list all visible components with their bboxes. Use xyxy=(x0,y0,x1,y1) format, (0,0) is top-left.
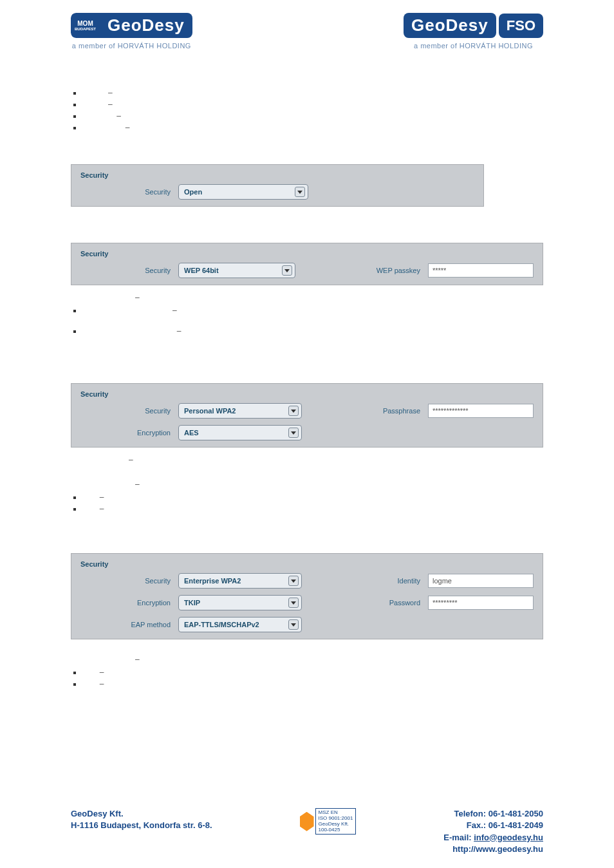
web: http://www.geodesy.hu xyxy=(443,844,543,855)
security-select-value: WEP 64bit xyxy=(184,267,219,274)
footer-contact: Telefon: 06-1-481-2050 Fax.: 06-1-481-20… xyxy=(443,808,543,855)
list-item: – xyxy=(82,326,543,335)
bullet-list-2: – – xyxy=(82,306,543,335)
security-select[interactable]: Enterprise WPA2 xyxy=(178,573,302,589)
wep-passkey-label: WEP passkey xyxy=(377,267,420,274)
page-footer: GeoDesy Kft. H-1116 Budapest, Kondorfa s… xyxy=(0,808,614,855)
security-select-value: Personal WPA2 xyxy=(184,407,236,415)
encryption-select-value: AES xyxy=(184,429,199,437)
email-link[interactable]: info@geodesy.hu xyxy=(474,833,543,842)
bullet-list-3: – – xyxy=(82,493,543,513)
identity-label: Identity xyxy=(398,577,420,585)
chevron-down-icon xyxy=(288,428,299,438)
eap-select[interactable]: EAP-TTLS/MSCHAPv2 xyxy=(178,617,302,632)
company-name: GeoDesy Kft. xyxy=(71,808,212,820)
logo-mom-top: MOM xyxy=(77,20,93,27)
chevron-down-icon xyxy=(288,576,299,586)
security-select-value: Enterprise WPA2 xyxy=(184,577,241,585)
bullet-list-1: – – – – xyxy=(82,88,543,132)
list-item: – xyxy=(82,88,543,97)
list-item: – xyxy=(82,111,543,120)
chevron-down-icon xyxy=(288,619,299,630)
logo-left: MOM BUDAPEST GeoDesy a member of HORVÁTH… xyxy=(71,13,192,50)
encryption-select-value: TKIP xyxy=(184,599,200,607)
list-item: – xyxy=(82,504,543,513)
panel-title: Security xyxy=(71,165,483,182)
security-panel-pwpa2: Security Security Personal WPA2 Passphra… xyxy=(71,383,543,448)
list-item: – xyxy=(82,100,543,109)
chevron-down-icon xyxy=(282,265,292,276)
chevron-down-icon xyxy=(288,598,299,608)
fax: Fax.: 06-1-481-2049 xyxy=(443,820,543,831)
security-label: Security xyxy=(80,188,171,196)
password-input[interactable] xyxy=(428,596,534,610)
security-panel-open: Security Security Open xyxy=(71,164,484,207)
panel-title: Security xyxy=(71,243,543,260)
list-item: – xyxy=(82,123,543,132)
chevron-down-icon xyxy=(288,406,299,416)
encryption-select[interactable]: TKIP xyxy=(178,595,302,610)
logo-mom-bottom: BUDAPEST xyxy=(75,27,96,31)
passphrase-input[interactable] xyxy=(428,404,534,418)
password-label: Password xyxy=(389,599,420,607)
cert-badge: MSZ EN ISO 9001:2001 GeoDesy Kft. 100-04… xyxy=(300,808,357,835)
security-select[interactable]: WEP 64bit xyxy=(178,263,295,278)
logo-fso: FSO xyxy=(499,14,543,38)
cert-ribbon-icon xyxy=(300,812,314,831)
encryption-label: Encryption xyxy=(80,599,171,607)
chevron-down-icon xyxy=(295,187,305,197)
list-item: – xyxy=(82,668,543,677)
security-label: Security xyxy=(80,267,171,274)
security-select-value: Open xyxy=(184,188,202,196)
logo-geodesy-right: GeoDesy xyxy=(404,13,496,38)
page-header: MOM BUDAPEST GeoDesy a member of HORVÁTH… xyxy=(0,13,614,50)
logo-sub-right: a member of HORVÁTH HOLDING xyxy=(414,42,533,50)
logo-right: GeoDesy FSO a member of HORVÁTH HOLDING xyxy=(404,13,543,50)
encryption-select[interactable]: AES xyxy=(178,425,302,440)
security-panel-ewpa2: Security Security Enterprise WPA2 Identi… xyxy=(71,553,543,639)
security-select[interactable]: Personal WPA2 xyxy=(178,403,302,419)
list-item: – xyxy=(82,493,543,502)
eap-label: EAP method xyxy=(80,621,171,628)
encryption-label: Encryption xyxy=(80,429,171,437)
logo-geodesy-left: GeoDesy xyxy=(100,13,192,38)
eap-select-value: EAP-TTLS/MSCHAPv2 xyxy=(184,621,259,628)
list-item: – xyxy=(82,679,543,688)
panel-title: Security xyxy=(71,554,543,571)
footer-address: GeoDesy Kft. H-1116 Budapest, Kondorfa s… xyxy=(71,808,212,831)
security-label: Security xyxy=(80,407,171,415)
phone: Telefon: 06-1-481-2050 xyxy=(443,808,543,820)
logo-mom-badge: MOM BUDAPEST xyxy=(71,13,100,38)
cert-text: MSZ EN ISO 9001:2001 GeoDesy Kft. 100-04… xyxy=(315,808,357,835)
identity-input[interactable] xyxy=(428,574,534,588)
email-label: E-mail: xyxy=(443,833,474,842)
bullet-list-4: – – xyxy=(82,668,543,688)
logo-sub-left: a member of HORVÁTH HOLDING xyxy=(72,42,191,50)
wep-passkey-input[interactable] xyxy=(428,263,534,278)
security-panel-wep: Security Security WEP 64bit WEP passkey xyxy=(71,243,543,285)
company-address: H-1116 Budapest, Kondorfa str. 6-8. xyxy=(71,820,212,831)
security-select[interactable]: Open xyxy=(178,184,308,200)
panel-title: Security xyxy=(71,384,543,401)
list-item: – xyxy=(82,306,543,315)
passphrase-label: Passphrase xyxy=(383,407,420,415)
security-label: Security xyxy=(80,577,171,585)
